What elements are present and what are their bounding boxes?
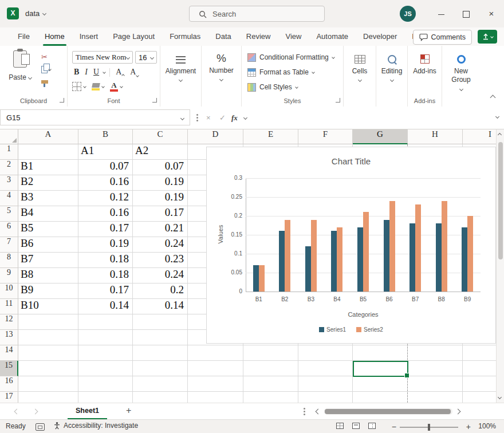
cell-H15[interactable] xyxy=(408,361,463,376)
cell-E14[interactable] xyxy=(243,345,298,361)
vertical-scrollbar-thumb[interactable] xyxy=(498,142,503,259)
column-header-B[interactable]: B xyxy=(78,129,133,144)
cell-C5[interactable]: 0.17 xyxy=(133,206,188,222)
underline-button[interactable]: U xyxy=(92,68,101,77)
cell-E15[interactable] xyxy=(243,361,298,376)
column-header-C[interactable]: C xyxy=(133,129,188,144)
cell-A10[interactable]: B9 xyxy=(18,284,78,299)
cell-styles-button[interactable]: Cell Styles xyxy=(247,81,298,93)
new-group-button[interactable]: New Group xyxy=(443,52,479,90)
cell-G16[interactable] xyxy=(353,376,408,392)
horizontal-scrollbar-thumb[interactable] xyxy=(325,409,451,414)
ribbon-tab-developer[interactable]: Developer xyxy=(356,27,404,46)
cell-A8[interactable]: B7 xyxy=(18,253,78,268)
cell-A4[interactable]: B3 xyxy=(18,191,78,206)
share-button[interactable] xyxy=(478,30,497,44)
cell-A11[interactable]: B10 xyxy=(18,299,78,314)
conditional-formatting-button[interactable]: Conditional Formatting xyxy=(247,52,334,63)
embedded-chart[interactable]: Chart Title Values Categories 00.050.10.… xyxy=(206,147,496,344)
cell-D17[interactable] xyxy=(188,392,243,403)
cell-E16[interactable] xyxy=(243,376,298,392)
cell-B10[interactable]: 0.17 xyxy=(78,284,133,299)
zoom-slider-thumb[interactable] xyxy=(428,424,430,431)
row-header-14[interactable]: 14 xyxy=(0,345,18,361)
addins-button[interactable]: Add-ins xyxy=(409,52,440,75)
cell-I14[interactable] xyxy=(463,345,496,361)
cell-C15[interactable] xyxy=(133,361,188,376)
accessibility-status[interactable]: Accessibility: Investigate xyxy=(54,422,138,430)
cell-B16[interactable] xyxy=(78,376,133,392)
cell-A16[interactable] xyxy=(18,376,78,392)
normal-view-icon[interactable] xyxy=(336,423,344,429)
ribbon-tab-page-layout[interactable]: Page Layout xyxy=(105,27,162,46)
cell-C6[interactable]: 0.21 xyxy=(133,222,188,237)
row-header-1[interactable]: 1 xyxy=(0,144,18,160)
cell-B4[interactable]: 0.12 xyxy=(78,191,133,206)
font-size-select[interactable]: 16 xyxy=(135,51,157,64)
cell-I15[interactable] xyxy=(463,361,496,376)
sheet-nav-prev-icon[interactable] xyxy=(14,409,20,415)
bold-button[interactable]: B xyxy=(72,68,81,77)
vscroll-up-icon[interactable] xyxy=(498,133,502,137)
alignment-button[interactable]: Alignment xyxy=(162,52,200,81)
row-header-9[interactable]: 9 xyxy=(0,268,18,284)
cell-A6[interactable]: B5 xyxy=(18,222,78,237)
cell-C7[interactable]: 0.24 xyxy=(133,237,188,253)
collapse-ribbon-button[interactable] xyxy=(490,95,496,101)
cell-A13[interactable] xyxy=(18,330,78,345)
user-avatar[interactable]: JS xyxy=(400,6,416,22)
italic-button[interactable]: I xyxy=(83,68,89,77)
horizontal-scrollbar[interactable] xyxy=(324,408,452,415)
cell-E17[interactable] xyxy=(243,392,298,403)
cell-I16[interactable] xyxy=(463,376,496,392)
cell-A15[interactable] xyxy=(18,361,78,376)
font-dialog-launcher[interactable] xyxy=(152,98,157,103)
underline-dropdown-icon[interactable] xyxy=(103,70,106,74)
cell-A17[interactable] xyxy=(18,392,78,403)
ribbon-tab-file[interactable]: File xyxy=(10,27,37,46)
page-layout-view-icon[interactable] xyxy=(352,423,360,429)
formula-bar-expand-icon[interactable] xyxy=(495,115,499,119)
zoom-in-button[interactable]: + xyxy=(466,422,471,431)
row-header-5[interactable]: 5 xyxy=(0,206,18,222)
ribbon-tab-review[interactable]: Review xyxy=(239,27,278,46)
cell-D15[interactable] xyxy=(188,361,243,376)
cell-B3[interactable]: 0.16 xyxy=(78,175,133,191)
zoom-level[interactable]: 100% xyxy=(478,422,496,430)
enter-button[interactable]: ✓ xyxy=(219,113,226,122)
row-header-17[interactable]: 17 xyxy=(0,392,18,403)
new-sheet-button[interactable]: + xyxy=(126,406,131,416)
vertical-scrollbar[interactable] xyxy=(496,129,504,403)
ribbon-tab-data[interactable]: Data xyxy=(208,27,238,46)
cell-A5[interactable]: B4 xyxy=(18,206,78,222)
cell-A14[interactable] xyxy=(18,345,78,361)
column-header-I[interactable]: I xyxy=(463,129,496,144)
cells-button[interactable]: Cells xyxy=(345,52,375,81)
copy-button[interactable] xyxy=(39,63,62,76)
number-button[interactable]: % Number xyxy=(203,52,240,81)
hscroll-right-icon[interactable] xyxy=(455,409,461,415)
maximize-button[interactable] xyxy=(454,0,479,27)
page-break-view-icon[interactable] xyxy=(368,423,376,429)
cell-G17[interactable] xyxy=(353,392,408,403)
column-header-D[interactable]: D xyxy=(188,129,243,144)
cell-I17[interactable] xyxy=(463,392,496,403)
minimize-button[interactable] xyxy=(428,0,454,27)
row-header-4[interactable]: 4 xyxy=(0,191,18,206)
cell-F15[interactable] xyxy=(298,361,353,376)
format-as-table-button[interactable]: Format as Table xyxy=(247,66,314,78)
increase-font-size-button[interactable]: A xyxy=(114,68,126,77)
row-header-7[interactable]: 7 xyxy=(0,237,18,253)
zoom-out-button[interactable]: − xyxy=(392,422,396,431)
cell-B13[interactable] xyxy=(78,330,133,345)
column-header-E[interactable]: E xyxy=(243,129,298,144)
cell-C17[interactable] xyxy=(133,392,188,403)
name-box[interactable]: G15 xyxy=(0,109,190,125)
excel-logo-icon[interactable] xyxy=(7,7,19,19)
cell-B9[interactable]: 0.18 xyxy=(78,268,133,284)
borders-button[interactable] xyxy=(72,82,81,91)
cell-C8[interactable]: 0.23 xyxy=(133,253,188,268)
cell-B2[interactable]: 0.07 xyxy=(78,160,133,175)
cell-F14[interactable] xyxy=(298,345,353,361)
document-name[interactable]: data xyxy=(25,9,46,18)
